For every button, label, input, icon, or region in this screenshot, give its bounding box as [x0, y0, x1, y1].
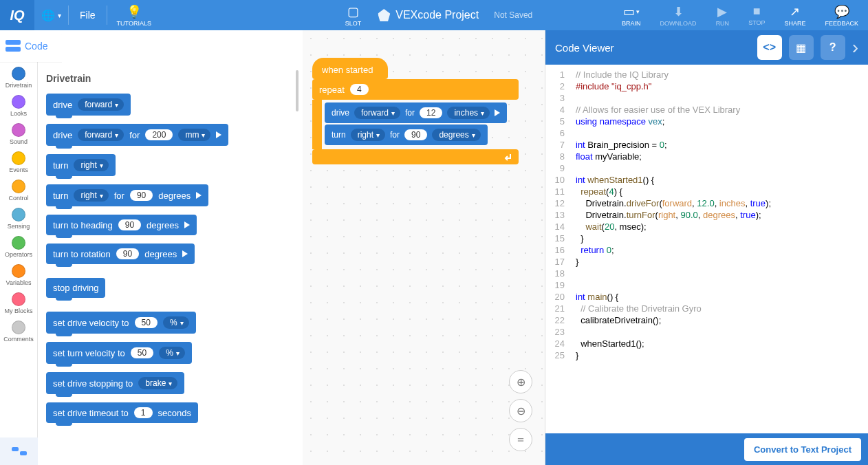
block-drive-for[interactable]: driveforwardfor200mm	[46, 124, 228, 146]
block-drive-for-inner[interactable]: driveforwardfor12inches	[325, 102, 507, 123]
dropdown-forward[interactable]: forward	[78, 129, 124, 141]
dropdown-brake[interactable]: brake	[138, 377, 177, 389]
dropdown-percent[interactable]: %	[159, 347, 185, 359]
brain-button[interactable]: ▭▾ BRAIN	[612, 0, 651, 30]
help-button[interactable]: ?	[821, 35, 845, 60]
minus-icon: ⊖	[517, 404, 525, 418]
input-velocity[interactable]: 50	[135, 317, 158, 328]
block-set-stopping[interactable]: set drive stopping tobrake	[46, 372, 184, 394]
blocks-icon	[6, 40, 21, 52]
category-list: Drivetrain Looks Sound Events Control Se…	[0, 30, 38, 465]
input-degrees[interactable]: 90	[404, 129, 427, 140]
block-set-drive-velocity[interactable]: set drive velocity to50%	[46, 312, 196, 334]
dot-icon	[12, 67, 25, 80]
category-label: Drivetrain	[6, 82, 32, 89]
block-label: turn	[53, 191, 68, 201]
block-turn-for-inner[interactable]: turnrightfor90degrees	[325, 125, 488, 145]
tutorials-button[interactable]: 💡 TUTORIALS	[107, 0, 161, 30]
block-label: degrees	[158, 191, 191, 201]
dot-icon	[12, 264, 25, 278]
input-distance[interactable]: 12	[420, 107, 442, 118]
category-label: Sound	[10, 138, 28, 145]
dropdown-mm[interactable]: mm	[178, 129, 210, 141]
block-label: for	[114, 191, 124, 201]
download-label: DOWNLOAD	[660, 20, 697, 27]
block-stack[interactable]: when started repeat4 driveforwardfor12in…	[312, 58, 519, 164]
category-myblocks[interactable]: My Blocks	[4, 290, 32, 316]
code-text[interactable]: // Include the IQ Library #include "iq_c…	[570, 65, 777, 433]
zoom-reset-button[interactable]: ＝	[509, 428, 532, 451]
dropdown-right[interactable]: right	[351, 129, 385, 141]
category-drivetrain[interactable]: Drivetrain	[6, 65, 32, 91]
logo: IQ	[0, 0, 34, 30]
slot-icon: ▢	[347, 4, 359, 19]
category-control[interactable]: Control	[8, 177, 28, 204]
stop-button[interactable]: ■ STOP	[739, 0, 774, 30]
dropdown-right[interactable]: right	[74, 159, 108, 171]
dropdown-right[interactable]: right	[74, 189, 108, 202]
input-rotation[interactable]: 90	[116, 248, 139, 259]
download-button[interactable]: ⬇ DOWNLOAD	[651, 0, 706, 30]
dropdown-forward[interactable]: forward	[354, 107, 400, 119]
block-drive[interactable]: driveforward	[46, 94, 131, 116]
input-degrees[interactable]: 90	[130, 190, 153, 201]
block-turn-for[interactable]: turnrightfor90degrees	[46, 184, 208, 206]
project-name[interactable]: VEXcode Project	[378, 9, 479, 21]
block-set-timeout[interactable]: set drive timeout to1seconds	[46, 402, 198, 423]
play-icon	[196, 192, 202, 199]
dropdown-degrees[interactable]: degrees	[432, 129, 480, 141]
input-repeat-count[interactable]: 4	[350, 84, 369, 95]
dropdown-inches[interactable]: inches	[447, 107, 490, 119]
file-menu[interactable]: File	[69, 10, 107, 21]
input-timeout[interactable]: 1	[134, 407, 153, 418]
dot-icon	[12, 151, 25, 165]
dropdown-percent[interactable]: %	[163, 316, 189, 329]
workspace[interactable]: when started repeat4 driveforwardfor12in…	[303, 30, 545, 465]
collapse-button[interactable]: ›	[852, 36, 858, 58]
input-velocity[interactable]: 50	[131, 347, 153, 358]
code-tab[interactable]: Code	[0, 30, 62, 62]
block-label: stop driving	[53, 283, 98, 293]
category-comments[interactable]: Comments	[3, 318, 34, 345]
category-operators[interactable]: Operators	[5, 234, 32, 260]
tutorials-label: TUTORIALS	[117, 20, 151, 27]
slot-label: SLOT	[345, 20, 362, 27]
input-distance[interactable]: 200	[145, 129, 173, 140]
c-block-bottom[interactable]	[312, 149, 519, 164]
code-tab-label: Code	[25, 41, 47, 52]
slot-button[interactable]: ▢ SLOT	[336, 0, 371, 30]
category-variables[interactable]: Variables	[6, 262, 32, 288]
language-menu[interactable]: 🌐 ▾	[34, 9, 68, 22]
block-label: set drive velocity to	[53, 318, 129, 328]
category-label: Control	[8, 195, 28, 202]
dot-icon	[12, 123, 25, 137]
topbar-center: ▢ SLOT VEXcode Project Not Saved	[336, 0, 533, 30]
c-block-repeat[interactable]: repeat4	[312, 79, 519, 100]
category-sound[interactable]: Sound	[10, 121, 28, 147]
block-turn-heading[interactable]: turn to heading90degrees	[46, 215, 197, 235]
category-events[interactable]: Events	[9, 149, 28, 175]
loop-arrow-icon	[503, 152, 513, 162]
block-turn-rotation[interactable]: turn to rotation90degrees	[46, 244, 195, 264]
block-set-turn-velocity[interactable]: set turn velocity to50%	[46, 342, 192, 364]
category-looks[interactable]: Looks	[10, 93, 27, 119]
input-heading[interactable]: 90	[118, 219, 141, 230]
device-view-button[interactable]: ▦	[789, 35, 814, 60]
code-view-button[interactable]: <>	[757, 35, 782, 60]
zoom-out-button[interactable]: ⊖	[509, 399, 532, 422]
devices-toggle[interactable]	[0, 437, 38, 465]
hat-when-started[interactable]: when started	[312, 58, 388, 79]
dropdown-forward[interactable]: forward	[78, 98, 124, 111]
convert-button[interactable]: Convert to Text Project	[744, 438, 861, 461]
plus-icon: ⊕	[517, 376, 525, 389]
block-label: turn	[332, 130, 346, 140]
run-label: RUN	[716, 20, 730, 27]
block-stop-driving[interactable]: stop driving	[46, 278, 105, 298]
block-turn[interactable]: turnright	[46, 154, 116, 176]
run-button[interactable]: ▶ RUN	[706, 0, 739, 30]
zoom-in-button[interactable]: ⊕	[509, 370, 532, 393]
dot-icon	[12, 321, 25, 334]
feedback-button[interactable]: 💬 FEEDBACK	[815, 0, 868, 30]
category-sensing[interactable]: Sensing	[8, 206, 30, 232]
share-button[interactable]: ↗ SHARE	[774, 0, 815, 30]
